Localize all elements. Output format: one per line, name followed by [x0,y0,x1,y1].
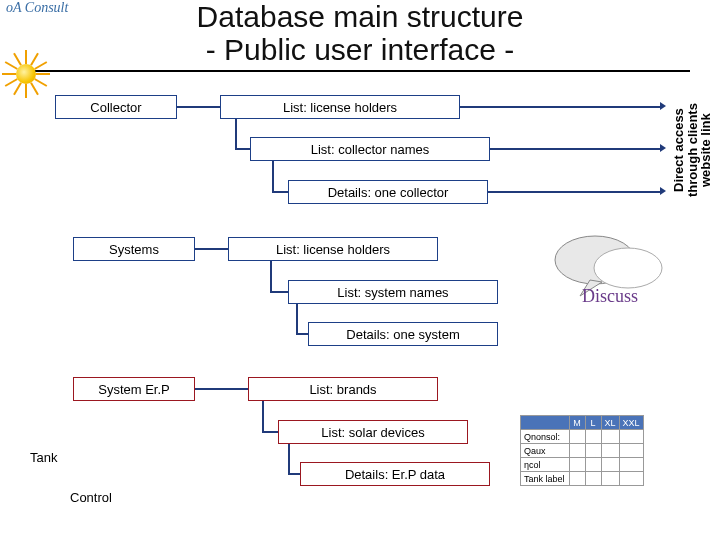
row-ncol: ηcol [521,458,570,472]
erp-list-devices: List: solar devices [278,420,468,444]
conn [262,401,264,431]
erp-label: System Er.P [73,377,195,401]
row-qaux: Qaux [521,444,570,458]
arrowhead-icon [660,144,666,152]
row-qnonsol: Qnonsol: [521,430,570,444]
conn [288,473,300,475]
control-label: Control [70,490,112,505]
arrowhead-icon [660,102,666,110]
th-l: L [585,416,601,430]
th-xl: XL [601,416,619,430]
conn [235,119,237,149]
row-tanklabel: Tank label [521,472,570,486]
th-m: M [569,416,585,430]
page-title: Database main structure - Public user in… [0,0,720,66]
conn [296,304,298,334]
conn [235,148,250,150]
svg-point-1 [594,248,662,288]
collector-label: Collector [55,95,177,119]
tank-label: Tank [30,450,57,465]
conn [270,291,288,293]
collector-details: Details: one collector [288,180,488,204]
conn [490,148,660,150]
conn [272,161,274,191]
systems-list-holders: List: license holders [228,237,438,261]
conn [195,388,248,390]
systems-list-names: List: system names [288,280,498,304]
conn [488,191,660,193]
systems-details: Details: one system [308,322,498,346]
conn [288,444,290,474]
conn [460,106,660,108]
direct-access-label: Direct access through clients website li… [672,95,688,205]
conn [195,248,228,250]
erp-details: Details: Er.P data [300,462,490,486]
erp-list-brands: List: brands [248,377,438,401]
sun-icon [2,50,50,98]
conn [272,191,288,193]
discuss-label: Discuss [582,286,638,307]
arrowhead-icon [660,187,666,195]
conn [177,106,220,108]
collector-list-holders: List: license holders [220,95,460,119]
discuss-icon: Discuss [540,230,680,320]
systems-label: Systems [73,237,195,261]
collector-list-names: List: collector names [250,137,490,161]
title-line-2: - Public user interface - [0,33,720,66]
conn [296,333,308,335]
th-xxl: XXL [619,416,643,430]
erp-data-table: M L XL XXL Qnonsol: Qaux ηcol Tank label [520,415,644,486]
conn [270,261,272,291]
conn [262,431,278,433]
title-line-1: Database main structure [197,0,524,33]
title-underline [30,70,690,72]
